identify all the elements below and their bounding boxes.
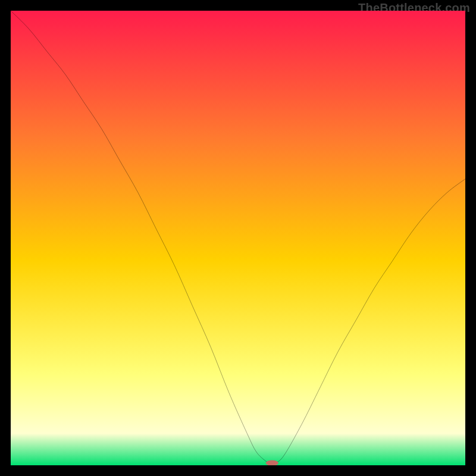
plot-area bbox=[11, 11, 465, 465]
gradient-background bbox=[11, 11, 465, 465]
chart-svg bbox=[11, 11, 465, 465]
chart-frame: TheBottleneck.com bbox=[0, 0, 476, 476]
